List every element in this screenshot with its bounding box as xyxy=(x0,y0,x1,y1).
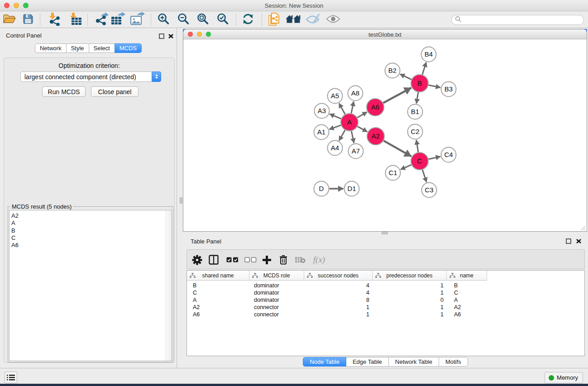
edge-A-A8[interactable] xyxy=(351,101,354,113)
column-header-predecessor-nodes[interactable]: predecessor nodes xyxy=(373,271,447,281)
node-A8[interactable]: A8 xyxy=(348,86,363,101)
cell-0-3[interactable]: 1 xyxy=(373,282,447,289)
zoom-in-button[interactable] xyxy=(157,12,170,28)
mcds-result-item[interactable]: A6 xyxy=(10,242,172,249)
export-table-button[interactable] xyxy=(110,12,126,28)
scrollbar-track[interactable] xyxy=(166,210,172,361)
cell-3-3[interactable]: 1 xyxy=(373,304,447,311)
node-A2[interactable]: A2 xyxy=(367,128,384,145)
refresh-button[interactable] xyxy=(242,12,254,28)
edge-A6-B[interactable] xyxy=(383,88,411,103)
cell-3-1[interactable]: connector xyxy=(249,304,304,311)
mcds-result-item[interactable]: A xyxy=(10,219,172,227)
edge-A-A6[interactable] xyxy=(357,112,367,118)
edge-C-C3[interactable] xyxy=(422,170,426,182)
cell-4-1[interactable]: connector xyxy=(249,311,304,318)
cell-4-0[interactable]: A6 xyxy=(187,311,249,318)
tab-motifs[interactable]: Motifs xyxy=(439,357,468,367)
add-column-button[interactable] xyxy=(259,250,274,270)
deselect-all-button[interactable] xyxy=(243,250,258,270)
cell-2-1[interactable]: dominator xyxy=(249,296,304,304)
table-settings-button[interactable] xyxy=(190,250,204,270)
cell-0-2[interactable]: 4 xyxy=(304,282,373,289)
edge-A-A4[interactable] xyxy=(339,130,345,140)
edge-A2-C[interactable] xyxy=(383,141,411,157)
cell-0-4[interactable]: B xyxy=(447,282,487,289)
import-network-button[interactable] xyxy=(47,12,62,28)
cell-2-0[interactable]: A xyxy=(187,296,249,304)
float-table-panel-button[interactable] xyxy=(566,238,572,243)
close-table-panel-button[interactable] xyxy=(576,238,582,243)
optimization-criterion-dropdown[interactable]: largest connected component (directed) xyxy=(20,71,161,82)
tab-style[interactable]: Style xyxy=(66,43,89,53)
node-C2[interactable]: C2 xyxy=(408,124,423,139)
zoom-out-button[interactable] xyxy=(177,12,190,28)
resize-grip-icon[interactable] xyxy=(580,224,586,230)
node-A7[interactable]: A7 xyxy=(349,144,363,159)
close-panel-button-2[interactable]: Close panel xyxy=(91,86,139,97)
column-view-button[interactable] xyxy=(207,250,220,270)
mcds-result-list[interactable]: A2ABCA6 xyxy=(9,210,172,361)
memory-button[interactable]: Memory xyxy=(545,372,583,383)
cell-0-0[interactable]: B xyxy=(187,282,249,289)
node-D[interactable]: D xyxy=(314,181,329,196)
edge-A-A1[interactable] xyxy=(329,125,341,129)
node-A4[interactable]: A4 xyxy=(328,141,343,156)
vertical-splitter-handle[interactable] xyxy=(180,197,182,204)
zoom-selected-button[interactable] xyxy=(216,12,229,28)
node-B2[interactable]: B2 xyxy=(385,63,400,78)
mcds-result-item[interactable]: C xyxy=(10,234,172,242)
cell-1-3[interactable]: 1 xyxy=(373,289,447,296)
delete-table-button[interactable] xyxy=(293,250,307,270)
run-mcds-button[interactable]: Run MCDS xyxy=(42,86,86,97)
column-header-successor-nodes[interactable]: successor nodes xyxy=(304,271,373,281)
node-D1[interactable]: D1 xyxy=(344,181,359,196)
cell-1-4[interactable]: C xyxy=(447,289,487,296)
node-A[interactable]: A xyxy=(341,114,358,131)
cell-4-3[interactable]: 1 xyxy=(373,311,447,318)
cell-3-4[interactable]: A2 xyxy=(447,304,487,311)
function-builder-button[interactable]: f(x) xyxy=(310,250,328,270)
cell-4-2[interactable]: 1 xyxy=(304,311,373,318)
node-C1[interactable]: C1 xyxy=(386,166,401,181)
tab-select[interactable]: Select xyxy=(89,43,115,53)
home-layout-button[interactable] xyxy=(285,12,301,28)
export-image-button[interactable] xyxy=(130,12,145,28)
edge-C-C4[interactable] xyxy=(429,157,440,159)
edge-B-B1[interactable] xyxy=(416,92,418,104)
tab-mcds[interactable]: MCDS xyxy=(115,43,142,53)
cell-3-2[interactable]: 1 xyxy=(304,304,373,311)
delete-column-button[interactable] xyxy=(276,250,291,270)
float-panel-button[interactable] xyxy=(159,33,165,38)
clone-network-button[interactable] xyxy=(267,12,281,28)
tab-network[interactable]: Network xyxy=(35,43,67,53)
network-graph-canvas[interactable]: AA1A2A3A4A5A6A7A8BB1B2B3B4CC1C2C3C4DD1 xyxy=(183,39,587,231)
node-A3[interactable]: A3 xyxy=(315,104,330,119)
select-all-button[interactable] xyxy=(225,250,239,270)
open-file-button[interactable] xyxy=(2,12,16,28)
save-session-button[interactable] xyxy=(22,12,34,28)
show-hidden-button[interactable] xyxy=(326,12,340,28)
node-A6[interactable]: A6 xyxy=(367,99,384,116)
edge-A-A2[interactable] xyxy=(358,126,368,132)
node-B[interactable]: B xyxy=(411,75,428,92)
node-C3[interactable]: C3 xyxy=(422,183,437,198)
tab-edge-table[interactable]: Edge Table xyxy=(346,357,389,367)
mcds-result-item[interactable]: A2 xyxy=(10,212,172,219)
node-B3[interactable]: B3 xyxy=(441,82,456,97)
hide-selected-button[interactable] xyxy=(306,12,320,28)
edge-B-B3[interactable] xyxy=(429,85,440,87)
cell-0-1[interactable]: dominator xyxy=(249,282,304,289)
edge-A-A7[interactable] xyxy=(351,131,354,143)
task-history-button[interactable] xyxy=(5,372,17,383)
cell-2-3[interactable]: 0 xyxy=(373,296,447,304)
cell-1-1[interactable]: dominator xyxy=(249,289,304,296)
close-panel-button[interactable] xyxy=(168,33,174,38)
mcds-result-item[interactable]: B xyxy=(10,227,172,234)
cell-2-4[interactable]: A xyxy=(447,296,487,304)
edge-C-C2[interactable] xyxy=(416,140,418,152)
tab-network-table[interactable]: Network Table xyxy=(388,357,439,367)
edge-B-B4[interactable] xyxy=(422,62,426,75)
cell-3-0[interactable]: A2 xyxy=(187,304,249,311)
cell-1-0[interactable]: C xyxy=(187,289,249,296)
